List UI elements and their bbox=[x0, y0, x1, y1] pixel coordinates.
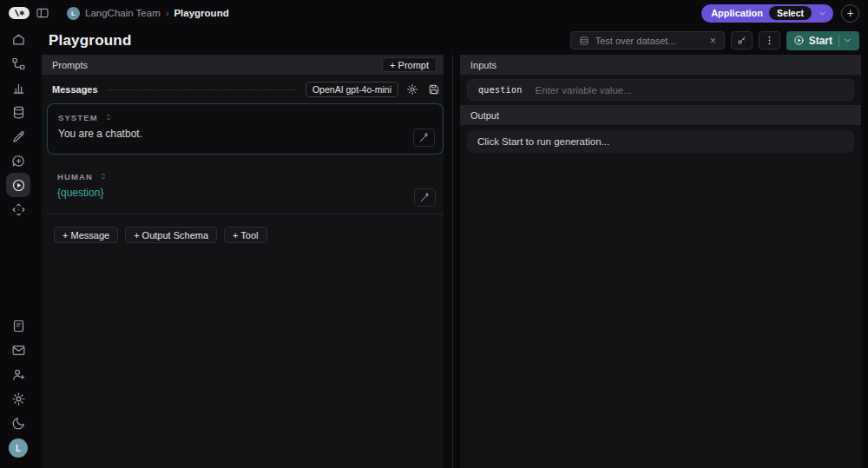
sidebar-item-docs[interactable] bbox=[6, 313, 30, 338]
sidebar-item-settings[interactable] bbox=[6, 386, 30, 411]
start-button-divider bbox=[838, 35, 839, 47]
sidebar-nav: L bbox=[0, 26, 36, 468]
output-section-bar: Output bbox=[460, 105, 861, 125]
page-title: Playground bbox=[49, 32, 132, 49]
application-value: Select bbox=[769, 6, 812, 20]
wand-icon bbox=[419, 192, 431, 203]
pencil-icon bbox=[11, 129, 26, 144]
role-label: SYSTEM bbox=[58, 113, 98, 122]
output-placeholder-row: Click Start to run generation... bbox=[467, 130, 854, 153]
panel-divider bbox=[452, 55, 453, 468]
user-avatar[interactable]: L bbox=[9, 438, 28, 458]
sidebar-item-home[interactable] bbox=[6, 27, 30, 51]
role-selector-icon[interactable] bbox=[104, 112, 113, 122]
gear-icon bbox=[11, 392, 26, 406]
prompts-panel: Prompts + Prompt Messages OpenAI gpt-4o-… bbox=[42, 55, 444, 468]
role-label: HUMAN bbox=[57, 172, 93, 181]
message-content[interactable]: You are a chatbot. bbox=[58, 128, 434, 140]
add-output-schema-button[interactable]: + Output Schema bbox=[125, 227, 217, 243]
model-settings-button[interactable] bbox=[404, 82, 420, 97]
bar-chart-icon bbox=[11, 81, 26, 96]
database-icon bbox=[11, 105, 26, 120]
home-icon bbox=[11, 32, 26, 47]
start-button-label: Start bbox=[809, 35, 832, 47]
application-select-button[interactable]: Application Select bbox=[701, 4, 833, 23]
save-prompt-button[interactable] bbox=[426, 82, 442, 97]
message-card-human: HUMAN {question} bbox=[47, 163, 444, 214]
sidebar-item-prompts[interactable] bbox=[6, 148, 30, 173]
add-buttons-row: + Message + Output Schema + Tool bbox=[54, 227, 444, 243]
role-row: HUMAN bbox=[57, 171, 435, 181]
sidebar-item-invite-user[interactable] bbox=[6, 362, 30, 386]
clear-dataset-icon[interactable]: × bbox=[710, 36, 716, 46]
move-arrows-icon bbox=[11, 202, 26, 217]
role-row: SYSTEM bbox=[58, 112, 434, 122]
add-tool-button[interactable]: + Tool bbox=[224, 227, 266, 243]
prompts-section-bar: Prompts + Prompt bbox=[42, 55, 444, 75]
sidebar-item-playground[interactable] bbox=[6, 173, 30, 197]
new-application-button[interactable]: + bbox=[841, 4, 859, 23]
header-right: Application Select + bbox=[701, 4, 859, 23]
role-selector-icon[interactable] bbox=[99, 171, 108, 181]
key-icon bbox=[736, 35, 747, 46]
output-header: Output bbox=[470, 110, 499, 121]
save-icon bbox=[428, 83, 440, 96]
start-options-chevron-icon[interactable] bbox=[843, 36, 852, 45]
sidebar-item-annotation-queues[interactable] bbox=[6, 124, 30, 148]
messages-label: Messages bbox=[52, 84, 98, 95]
inputs-section-bar: Inputs bbox=[460, 55, 861, 75]
kebab-menu-icon bbox=[764, 35, 775, 46]
sidebar-item-monitoring[interactable] bbox=[6, 76, 30, 100]
add-message-button[interactable]: + Message bbox=[54, 227, 118, 243]
application-label: Application bbox=[711, 8, 763, 18]
sidebar-toggle-icon[interactable] bbox=[36, 6, 49, 20]
document-icon bbox=[11, 319, 26, 333]
sidebar-item-theme-toggle[interactable] bbox=[6, 411, 30, 435]
prompt-wand-button[interactable] bbox=[413, 129, 435, 147]
variable-input-row: question bbox=[467, 79, 854, 101]
moon-icon bbox=[11, 416, 26, 431]
prompts-header: Prompts bbox=[52, 60, 88, 70]
model-selector-button[interactable]: OpenAI gpt-4o-mini bbox=[306, 82, 398, 97]
app-header: L LangChain Team › Playground Applicatio… bbox=[0, 0, 868, 26]
chevron-down-icon bbox=[818, 9, 827, 18]
sidebar-item-tracing-projects[interactable] bbox=[6, 51, 30, 76]
page-toolbar: Playground × Start bbox=[36, 26, 868, 55]
more-options-button[interactable] bbox=[759, 31, 780, 49]
chat-plus-icon bbox=[11, 154, 26, 168]
output-placeholder-text: Click Start to run generation... bbox=[477, 136, 609, 147]
prompt-wand-button[interactable] bbox=[414, 188, 436, 207]
breadcrumb-separator: › bbox=[166, 8, 169, 18]
user-plus-icon bbox=[11, 367, 26, 382]
breadcrumb-team[interactable]: LangChain Team bbox=[85, 8, 161, 18]
play-circle-icon bbox=[793, 35, 805, 46]
toolbar-actions: × Start bbox=[570, 31, 859, 50]
tracing-projects-icon bbox=[11, 56, 26, 71]
dataset-search-input[interactable] bbox=[595, 36, 704, 46]
message-content[interactable]: {question} bbox=[57, 187, 435, 199]
breadcrumb-page[interactable]: Playground bbox=[174, 8, 228, 18]
wand-icon bbox=[418, 132, 430, 143]
messages-divider bbox=[106, 89, 298, 90]
start-button[interactable]: Start bbox=[786, 31, 859, 50]
message-card-system: SYSTEM You are a chatbot. bbox=[47, 103, 444, 155]
inputs-header: Inputs bbox=[470, 60, 496, 70]
sidebar-item-datasets[interactable] bbox=[6, 100, 30, 124]
play-circle-icon bbox=[11, 178, 26, 193]
test-over-dataset-input-box[interactable]: × bbox=[570, 31, 725, 49]
gear-icon bbox=[406, 83, 418, 96]
sidebar-item-mail[interactable] bbox=[6, 338, 30, 362]
sidebar-item-deployments[interactable] bbox=[6, 197, 30, 221]
langsmith-logo-icon[interactable] bbox=[9, 7, 30, 19]
dataset-icon bbox=[579, 36, 589, 46]
messages-head: Messages OpenAI gpt-4o-mini bbox=[45, 81, 444, 98]
mail-icon bbox=[11, 343, 26, 358]
api-key-button[interactable] bbox=[731, 31, 753, 49]
variable-name: question bbox=[478, 85, 523, 95]
add-prompt-button[interactable]: + Prompt bbox=[382, 57, 437, 72]
io-panel: Inputs question Output Click Start to ru… bbox=[460, 55, 861, 468]
variable-value-input[interactable] bbox=[536, 85, 843, 96]
breadcrumb: L LangChain Team › Playground bbox=[67, 7, 229, 20]
messages-area: Messages OpenAI gpt-4o-mini SYSTEM You a… bbox=[42, 75, 444, 243]
team-avatar[interactable]: L bbox=[67, 7, 80, 20]
